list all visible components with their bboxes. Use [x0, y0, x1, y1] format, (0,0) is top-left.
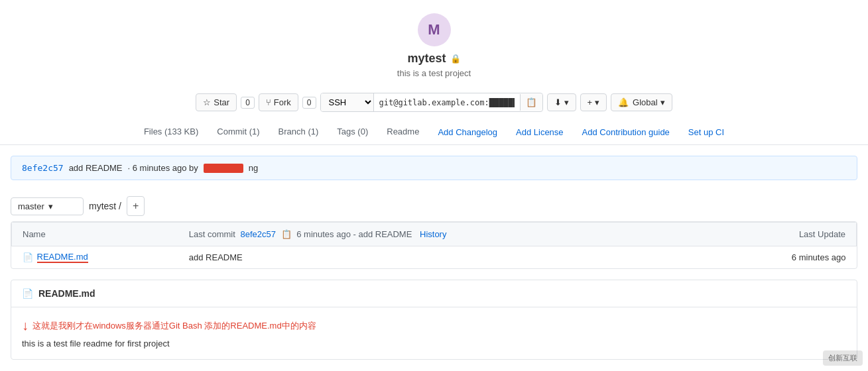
readme-content: this is a test file readme for first pro…	[22, 339, 846, 348]
download-button[interactable]: ⬇ ▾	[547, 93, 576, 111]
add-contribution-link[interactable]: Add Contribution guide	[573, 123, 679, 141]
file-name: README.md	[37, 252, 88, 263]
star-label: Star	[214, 97, 229, 107]
breadcrumb-path: mytest /	[89, 201, 121, 211]
readme-header: 📄 README.md	[11, 280, 857, 307]
tab-tags[interactable]: Tags (0)	[328, 120, 377, 144]
author-suffix: ng	[249, 163, 258, 173]
notification-arrow: ▾	[660, 97, 665, 107]
branch-selector[interactable]: master ▾	[11, 197, 84, 215]
add-license-link[interactable]: Add License	[507, 123, 573, 141]
fork-label: Fork	[274, 97, 291, 107]
ssh-url-section: SSH HTTPS 📋	[320, 93, 543, 112]
file-name-cell: 📄 README.md	[12, 246, 178, 269]
protocol-select[interactable]: SSH HTTPS	[321, 93, 374, 111]
fork-icon: ⑂	[266, 97, 271, 107]
repo-description: this is a test project	[0, 68, 868, 78]
setup-ci-link[interactable]: Set up CI	[679, 123, 733, 141]
readme-annotation: ↓ 这就是我刚才在windows服务器通过Git Bash 添加的README.…	[22, 318, 846, 333]
repo-header: M mytest 🔒 this is a test project	[0, 0, 868, 85]
bell-icon: 🔔	[618, 97, 629, 107]
table-header-row: Name Last commit 8efe2c57 📋 6 minutes ag…	[12, 223, 857, 246]
readme-file-icon: 📄	[22, 288, 33, 299]
col-name-header: Name	[12, 223, 178, 246]
notification-label: Global	[633, 97, 658, 107]
watermark: 创新互联	[823, 350, 863, 366]
col-time-msg: 6 minutes ago - add README	[296, 229, 412, 239]
branch-dropdown-arrow: ▾	[48, 201, 53, 211]
avatar: M	[418, 13, 451, 46]
branch-name: master	[18, 201, 44, 211]
file-icon: 📄	[23, 252, 33, 262]
star-button[interactable]: ☆ Star	[196, 93, 237, 111]
author-redacted	[204, 164, 243, 173]
add-label: +	[588, 97, 593, 107]
add-file-button[interactable]: +	[127, 196, 145, 216]
col-sha-link[interactable]: 8efe2c57	[240, 229, 276, 239]
tab-readme[interactable]: Readme	[377, 120, 428, 144]
tab-branch[interactable]: Branch (1)	[269, 120, 328, 144]
arrow-icon: ↓	[22, 318, 29, 333]
add-changelog-link[interactable]: Add Changelog	[428, 123, 507, 141]
star-icon: ☆	[203, 97, 211, 107]
file-link[interactable]: 📄 README.md	[23, 252, 168, 263]
file-commit-cell: add README	[178, 246, 712, 269]
commit-message: add README	[69, 163, 123, 173]
commit-sha-link[interactable]: 8efe2c57	[22, 163, 64, 173]
ssh-url-input[interactable]	[374, 95, 520, 111]
history-link[interactable]: History	[420, 229, 446, 239]
add-button[interactable]: + ▾	[580, 93, 607, 111]
fork-button[interactable]: ⑂ Fork	[259, 93, 298, 111]
table-row: 📄 README.md add README 6 minutes ago	[12, 246, 857, 269]
readme-title: README.md	[38, 288, 95, 299]
commit-info-bar: 8efe2c57 add README · 6 minutes ago by n…	[11, 156, 857, 180]
repo-name: mytest 🔒	[0, 52, 868, 66]
annotation-text: 这就是我刚才在windows服务器通过Git Bash 添加的README.md…	[32, 320, 316, 332]
dropdown-arrow: ▾	[564, 97, 569, 107]
col-update-header: Last Update	[712, 223, 857, 246]
repo-name-text: mytest	[407, 52, 446, 66]
files-table-wrapper: Name Last commit 8efe2c57 📋 6 minutes ag…	[11, 221, 857, 269]
breadcrumb: mytest /	[89, 201, 121, 211]
readme-section: 📄 README.md ↓ 这就是我刚才在windows服务器通过Git Bas…	[11, 280, 857, 360]
commit-time: · 6 minutes ago by	[128, 163, 198, 173]
notification-button[interactable]: 🔔 Global ▾	[611, 93, 672, 111]
add-dropdown-arrow: ▾	[595, 97, 599, 107]
col-commit-header: Last commit 8efe2c57 📋 6 minutes ago - a…	[178, 223, 712, 246]
clipboard-icon: 📋	[526, 97, 537, 107]
branch-row: master ▾ mytest / +	[0, 191, 868, 221]
files-table: Name Last commit 8efe2c57 📋 6 minutes ag…	[11, 222, 857, 268]
repo-actions-bar: ☆ Star 0 ⑂ Fork 0 SSH HTTPS 📋 ⬇ ▾ + ▾ 🔔 …	[0, 85, 868, 120]
copy-url-button[interactable]: 📋	[520, 94, 542, 111]
download-icon: ⬇	[554, 97, 562, 107]
readme-body: ↓ 这就是我刚才在windows服务器通过Git Bash 添加的README.…	[11, 307, 857, 359]
fork-count: 0	[302, 97, 316, 109]
star-count: 0	[241, 97, 255, 109]
file-update-cell: 6 minutes ago	[712, 246, 857, 269]
shield-icon: 🔒	[450, 54, 461, 64]
tab-files[interactable]: Files (133 KB)	[135, 120, 208, 144]
repo-nav: Files (133 KB) Commit (1) Branch (1) Tag…	[0, 120, 868, 145]
tab-commit[interactable]: Commit (1)	[208, 120, 269, 144]
col-copy-icon[interactable]: 📋	[281, 229, 292, 239]
col-commit-label: Last commit	[189, 229, 235, 239]
